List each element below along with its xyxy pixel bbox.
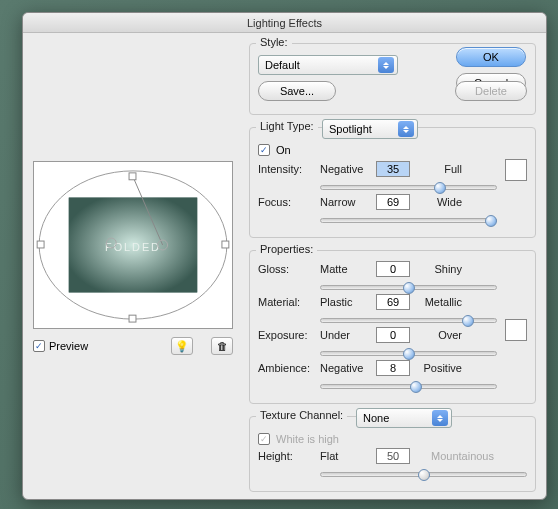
chevron-updown-icon <box>432 410 448 426</box>
ambience-input[interactable] <box>376 360 410 376</box>
trash-icon: 🗑 <box>217 340 228 352</box>
ambience-right: Positive <box>416 362 462 374</box>
intensity-slider[interactable] <box>320 179 497 192</box>
light-color-swatch[interactable] <box>505 159 527 181</box>
intensity-right: Full <box>416 163 462 175</box>
save-button[interactable]: Save... <box>258 81 336 101</box>
material-left: Plastic <box>320 296 370 308</box>
ambience-slider[interactable] <box>320 378 497 391</box>
gloss-left: Matte <box>320 263 370 275</box>
style-label: Style: <box>256 36 292 48</box>
on-checkbox[interactable]: ✓ <box>258 144 270 156</box>
focus-label: Focus: <box>258 196 314 208</box>
preview-label: Preview <box>49 340 88 352</box>
exposure-label: Exposure: <box>258 329 314 341</box>
focus-input[interactable] <box>376 194 410 210</box>
on-label: On <box>276 144 291 156</box>
intensity-input[interactable] <box>376 161 410 177</box>
window-title: Lighting Effects <box>23 13 546 33</box>
material-input[interactable] <box>376 294 410 310</box>
material-label: Material: <box>258 296 314 308</box>
ambience-left: Negative <box>320 362 370 374</box>
style-value: Default <box>265 59 300 71</box>
lighttype-legend: Light Type: <box>256 120 318 132</box>
height-slider <box>320 466 527 479</box>
preview-checkbox[interactable]: ✓ <box>33 340 45 352</box>
svg-rect-7 <box>129 315 136 322</box>
trash-button[interactable]: 🗑 <box>211 337 233 355</box>
ambience-label: Ambience: <box>258 362 314 374</box>
white-high-label: White is high <box>276 433 339 445</box>
focus-left: Narrow <box>320 196 370 208</box>
lightbulb-button[interactable]: 💡 <box>171 337 193 355</box>
height-right: Mountainous <box>416 450 494 462</box>
exposure-left: Under <box>320 329 370 341</box>
delete-button: Delete <box>455 81 527 101</box>
texture-value: None <box>363 412 389 424</box>
lighttype-dropdown[interactable]: Spotlight <box>322 119 418 139</box>
exposure-input[interactable] <box>376 327 410 343</box>
gloss-label: Gloss: <box>258 263 314 275</box>
exposure-slider[interactable] <box>320 345 497 358</box>
height-left: Flat <box>320 450 370 462</box>
gloss-slider[interactable] <box>320 279 497 292</box>
intensity-left: Negative <box>320 163 370 175</box>
texture-legend: Texture Channel: <box>256 409 347 421</box>
material-right: Metallic <box>416 296 462 308</box>
height-label: Height: <box>258 450 314 462</box>
material-slider[interactable] <box>320 312 497 325</box>
gloss-input[interactable] <box>376 261 410 277</box>
preview-canvas[interactable]: FOLDED <box>33 161 233 329</box>
lightbulb-icon: 💡 <box>175 340 189 353</box>
svg-rect-6 <box>222 241 229 248</box>
lighting-effects-dialog: Lighting Effects OK Cancel FOLDED <box>22 12 547 500</box>
properties-legend: Properties: <box>256 243 317 255</box>
height-input <box>376 448 410 464</box>
chevron-updown-icon <box>398 121 414 137</box>
exposure-right: Over <box>416 329 462 341</box>
ambient-color-swatch[interactable] <box>505 319 527 341</box>
texture-dropdown[interactable]: None <box>356 408 452 428</box>
lighttype-value: Spotlight <box>329 123 372 135</box>
style-dropdown[interactable]: Default <box>258 55 398 75</box>
chevron-updown-icon <box>378 57 394 73</box>
svg-rect-5 <box>37 241 44 248</box>
focus-right: Wide <box>416 196 462 208</box>
svg-rect-4 <box>129 173 136 180</box>
gloss-right: Shiny <box>416 263 462 275</box>
intensity-label: Intensity: <box>258 163 314 175</box>
focus-slider[interactable] <box>320 212 497 225</box>
white-high-checkbox: ✓ <box>258 433 270 445</box>
